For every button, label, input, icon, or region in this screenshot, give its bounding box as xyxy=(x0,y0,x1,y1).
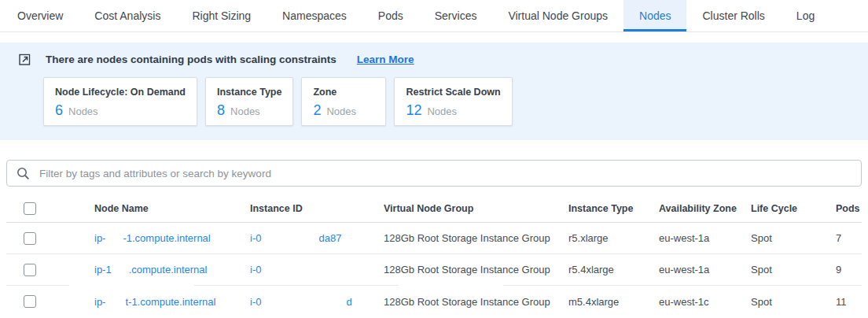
table-header: Node Name Instance ID Virtual Node Group… xyxy=(6,195,862,223)
col-virtual-node-group: Virtual Node Group xyxy=(384,203,568,214)
col-node-name: Node Name xyxy=(94,203,250,214)
col-instance-type: Instance Type xyxy=(568,203,659,214)
card-title: Node Lifecycle: On Demand xyxy=(55,87,186,98)
card-node-lifecycle[interactable]: Node Lifecycle: On Demand 6 Nodes xyxy=(43,77,197,126)
node-name-prefix: ip- xyxy=(94,232,105,244)
pods-cell: 11 xyxy=(836,296,862,308)
row-checkbox[interactable] xyxy=(24,295,36,308)
learn-more-link[interactable]: Learn More xyxy=(357,54,414,65)
redaction-patch xyxy=(399,284,503,287)
instance-id-prefix: i-0 xyxy=(250,264,261,275)
card-count: 2 xyxy=(313,102,321,119)
row-checkbox[interactable] xyxy=(24,232,36,245)
col-life-cycle: Life Cycle xyxy=(751,203,836,214)
availability-zone-cell: eu-west-1c xyxy=(659,296,751,308)
card-title: Instance Type xyxy=(217,87,281,98)
card-count: 8 xyxy=(217,102,225,119)
card-zone[interactable]: Zone 2 Nodes xyxy=(301,77,386,126)
table-row: ip-1.compute.internal i-0 128Gb Root Sto… xyxy=(6,254,862,286)
availability-zone-cell: eu-west-1a xyxy=(659,232,751,244)
instance-id-prefix: i-0 xyxy=(250,296,261,308)
virtual-node-group-cell: 128Gb Root Storage Instance Group xyxy=(384,232,568,244)
pods-cell: 9 xyxy=(836,264,862,275)
node-name-prefix: ip- xyxy=(94,296,105,308)
table-row: ip-t-1.compute.internal i-0d 128Gb Root … xyxy=(6,286,862,317)
card-unit: Nodes xyxy=(230,105,260,117)
tab-namespaces[interactable]: Namespaces xyxy=(267,0,362,31)
search-icon xyxy=(17,167,30,180)
card-restrict-scale-down[interactable]: Restrict Scale Down 12 Nodes xyxy=(394,77,512,126)
card-count: 12 xyxy=(406,102,421,119)
node-name-suffix: -1.compute.internal xyxy=(123,232,210,244)
tab-right-sizing[interactable]: Right Sizing xyxy=(176,0,267,31)
instance-type-cell: r5.xlarge xyxy=(568,232,659,244)
node-name-link[interactable]: ip-t-1.compute.internal xyxy=(94,296,250,308)
constraint-cards: Node Lifecycle: On Demand 6 Nodes Instan… xyxy=(43,77,851,126)
life-cycle-cell: Spot xyxy=(751,296,836,308)
scale-out-icon xyxy=(17,52,32,67)
instance-type-cell: r5.4xlarge xyxy=(568,264,659,275)
node-name-link[interactable]: ip-1.compute.internal xyxy=(94,264,250,275)
tab-log[interactable]: Log xyxy=(781,0,830,31)
tab-overview[interactable]: Overview xyxy=(2,0,79,31)
tab-nodes[interactable]: Nodes xyxy=(623,0,686,31)
tab-pods[interactable]: Pods xyxy=(362,0,419,31)
filter-input[interactable] xyxy=(38,167,851,180)
card-count: 6 xyxy=(55,102,63,119)
tab-cluster-rolls[interactable]: Cluster Rolls xyxy=(686,0,780,31)
banner-message: There are nodes containing pods with sca… xyxy=(46,54,337,65)
node-name-suffix: t-1.compute.internal xyxy=(125,296,215,308)
table-row: ip--1.compute.internal i-0da87 128Gb Roo… xyxy=(6,223,862,254)
instance-id-link[interactable]: i-0da87 xyxy=(250,232,384,244)
card-instance-type[interactable]: Instance Type 8 Nodes xyxy=(205,77,293,126)
row-checkbox[interactable] xyxy=(24,264,36,276)
instance-type-cell: m5.4xlarge xyxy=(568,296,659,308)
card-unit: Nodes xyxy=(427,105,457,117)
node-name-suffix: .compute.internal xyxy=(129,264,208,275)
node-name-link[interactable]: ip--1.compute.internal xyxy=(94,232,250,244)
col-instance-id: Instance ID xyxy=(250,203,384,214)
availability-zone-cell: eu-west-1a xyxy=(659,264,751,275)
node-name-prefix: ip-1 xyxy=(94,264,112,275)
tab-bar: Overview Cost Analysis Right Sizing Name… xyxy=(0,0,868,32)
card-unit: Nodes xyxy=(326,105,356,117)
col-availability-zone: Availability Zone xyxy=(659,203,751,214)
virtual-node-group-cell: 128Gb Root Storage Instance Group xyxy=(384,296,568,308)
filter-bar xyxy=(6,160,862,187)
life-cycle-cell: Spot xyxy=(751,264,836,275)
scaling-constraints-banner: There are nodes containing pods with sca… xyxy=(0,43,868,140)
instance-id-suffix: d xyxy=(346,296,351,308)
tab-cost-analysis[interactable]: Cost Analysis xyxy=(79,0,176,31)
instance-id-prefix: i-0 xyxy=(250,232,261,244)
card-title: Restrict Scale Down xyxy=(406,87,500,98)
col-pods: Pods xyxy=(836,203,862,214)
card-unit: Nodes xyxy=(68,105,98,117)
instance-id-link[interactable]: i-0 xyxy=(250,264,384,275)
tab-virtual-node-groups[interactable]: Virtual Node Groups xyxy=(492,0,623,31)
life-cycle-cell: Spot xyxy=(751,232,836,244)
pods-cell: 7 xyxy=(836,232,862,244)
virtual-node-group-cell: 128Gb Root Storage Instance Group xyxy=(384,264,568,275)
select-all-checkbox[interactable] xyxy=(24,202,36,215)
card-title: Zone xyxy=(313,87,374,98)
nodes-table: Node Name Instance ID Virtual Node Group… xyxy=(6,195,862,317)
redaction-patch xyxy=(69,284,194,287)
instance-id-link[interactable]: i-0d xyxy=(250,296,384,308)
instance-id-suffix: da87 xyxy=(318,232,341,244)
tab-services[interactable]: Services xyxy=(419,0,493,31)
